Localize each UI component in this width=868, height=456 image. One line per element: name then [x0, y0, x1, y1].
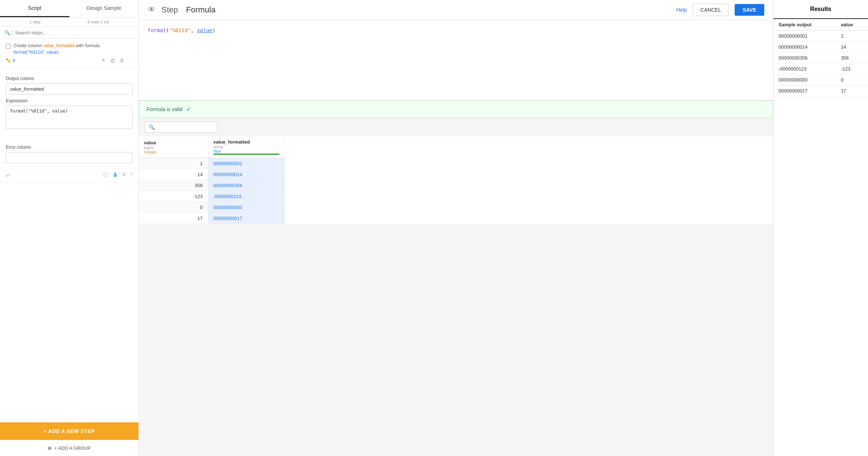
td-formatted: -0000000123	[208, 191, 285, 202]
tab-design-sample[interactable]: Design Sample	[69, 0, 139, 17]
results-sample: 00000000001	[773, 31, 836, 42]
footer-icons: ⓘ 💧 ⧉ ?	[103, 172, 133, 178]
step-card-right-actions: 👁 ⏻ 🗑 ···	[101, 58, 133, 63]
step-card: Create column value_formatted with formu…	[0, 39, 138, 68]
add-step-button[interactable]: + ADD A NEW STEP	[0, 422, 138, 440]
plus-circle-icon: ⊕	[47, 445, 52, 451]
data-search-input[interactable]	[155, 125, 213, 130]
help-circle-icon[interactable]: ⓘ	[103, 172, 108, 178]
results-panel: Results Sample output value 000000000011…	[773, 0, 868, 456]
step-card-formula[interactable]: format("%011d", value)	[14, 50, 99, 55]
edit-count: 6	[13, 58, 15, 63]
sidebar-tabs: Script Design Sample	[0, 0, 138, 18]
td-value: 14	[139, 169, 208, 180]
results-row: 00000000356356	[773, 53, 868, 64]
step-title: Step	[161, 5, 178, 15]
drop-icon[interactable]: 💧	[112, 172, 118, 178]
table-row: 1700000000017	[139, 213, 285, 224]
expression-label: Expression	[6, 98, 133, 103]
td-value: 356	[139, 180, 208, 191]
col2-header: value_formatted string Text	[208, 136, 285, 158]
table-row: 100000000001	[139, 158, 285, 169]
data-table-wrap: value bigint Integer value_formatted str…	[139, 136, 773, 224]
data-table: value bigint Integer value_formatted str…	[139, 136, 285, 224]
question-icon[interactable]: ?	[130, 172, 133, 178]
pencil-icon[interactable]: ✏️ 6	[6, 58, 15, 63]
td-value: 17	[139, 213, 208, 224]
error-column-input[interactable]	[6, 152, 133, 163]
td-formatted: 00000000017	[208, 213, 285, 224]
step-checkbox[interactable]	[6, 44, 11, 49]
results-value: 0	[836, 75, 868, 86]
col-name: value_formatted	[43, 43, 75, 48]
step-card-actions: ✏️ 6 👁 ⏻ 🗑 ···	[6, 58, 133, 63]
data-search-box[interactable]: 🔍	[145, 122, 217, 133]
col1-type: bigint	[144, 145, 203, 150]
help-button[interactable]: Help	[676, 7, 687, 13]
table-row: -123-0000000123	[139, 191, 285, 202]
save-button[interactable]: SAVE	[735, 4, 764, 16]
sidebar: Script Design Sample 1 step 6 rows 1 col…	[0, 0, 139, 456]
cancel-button[interactable]: CANCEL	[693, 4, 729, 16]
results-title: Results	[773, 0, 868, 19]
table-row: 1400000000014	[139, 169, 285, 180]
add-group-button[interactable]: ⊕ + ADD A GROUP	[0, 440, 138, 456]
results-sample: 00000000000	[773, 75, 836, 86]
results-sample: 00000000017	[773, 86, 836, 96]
col1-semantic: Integer	[144, 150, 203, 154]
expression-textarea[interactable]: format("%011d", value)	[6, 106, 133, 129]
td-value: 1	[139, 158, 208, 169]
row-col-count: 6 rows 1 col	[88, 20, 109, 24]
results-sample: 00000000014	[773, 42, 836, 53]
td-formatted: 00000000001	[208, 158, 285, 169]
td-formatted: 00000000014	[208, 169, 285, 180]
td-value: -123	[139, 191, 208, 202]
output-column-input[interactable]	[6, 83, 133, 95]
col2-type: string	[213, 145, 279, 149]
search-input[interactable]	[15, 30, 134, 35]
results-row: 0000000001414	[773, 42, 868, 53]
results-row: 000000000000	[773, 75, 868, 86]
results-table: Sample output value 00000000001100000000…	[773, 19, 868, 96]
error-column-label: Error column	[6, 145, 133, 150]
results-value: -123	[836, 64, 868, 75]
formula-area[interactable]: format("%011d", value)	[139, 20, 773, 100]
formula-subtitle: Formula	[186, 5, 216, 15]
td-formatted: 00000000000	[208, 202, 285, 213]
results-col1-header: Sample output	[773, 19, 836, 31]
x2-label: x²	[6, 172, 10, 178]
copy-icon[interactable]: ⧉	[122, 172, 126, 178]
formula-valid-banner: Formula is valid ✓	[139, 100, 773, 118]
results-row: 000000000011	[773, 31, 868, 42]
results-value: 14	[836, 42, 868, 53]
search-data-icon: 🔍	[149, 124, 155, 130]
more-icon[interactable]: ···	[129, 58, 133, 63]
results-col2-header: value	[836, 19, 868, 31]
table-row: 35600000000356	[139, 180, 285, 191]
search-divider	[12, 30, 13, 35]
power-icon[interactable]: ⏻	[110, 58, 115, 63]
col1-name: value	[144, 140, 203, 145]
step-count: 1 step	[30, 20, 41, 24]
trash-icon[interactable]: 🗑	[119, 58, 124, 63]
main-header: 👁 Step Formula Help CANCEL SAVE	[139, 0, 773, 20]
step-detail: Output column Expression format("%011d",…	[0, 68, 138, 168]
td-formatted: 00000000356	[208, 180, 285, 191]
col1-header: value bigint Integer	[139, 136, 208, 158]
table-row: 000000000000	[139, 202, 285, 213]
main: 👁 Step Formula Help CANCEL SAVE format("…	[139, 0, 773, 456]
col2-semantic: Text	[213, 149, 279, 153]
results-sample: 00000000356	[773, 53, 836, 64]
col-indicator	[213, 153, 279, 155]
eye-step-icon: 👁	[148, 5, 156, 15]
formula-code: format("%011d", value)	[148, 27, 764, 33]
search-icon: 🔍	[4, 30, 10, 35]
eye-icon[interactable]: 👁	[101, 58, 106, 63]
results-row: 0000000001717	[773, 86, 868, 96]
step-card-header: Create column value_formatted with formu…	[14, 43, 99, 48]
td-value: 0	[139, 202, 208, 213]
tab-script[interactable]: Script	[0, 0, 69, 17]
col2-name: value_formatted	[213, 139, 279, 145]
checkmark-icon: ✓	[186, 105, 191, 113]
results-sample: -0000000123	[773, 64, 836, 75]
